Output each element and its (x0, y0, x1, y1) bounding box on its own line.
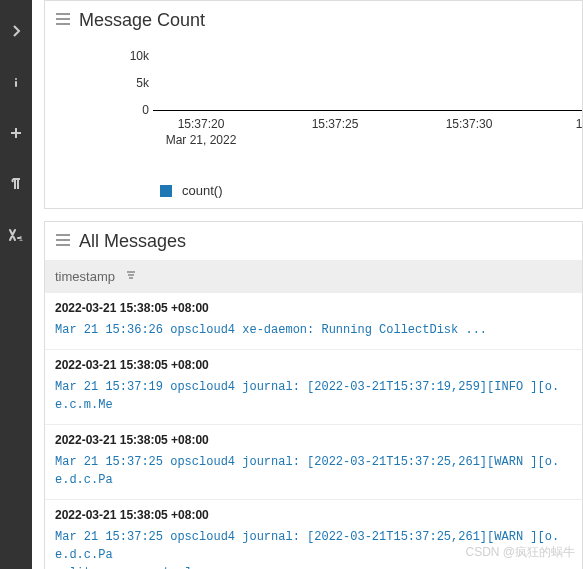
row-message: Mar 21 15:37:25 opscloud4 journal: [2022… (55, 528, 572, 569)
chart-area: 10k 5k 0 15:37:20 15:37:25 15:37:30 15:3… (45, 39, 582, 179)
row-message: Mar 21 15:36:26 opscloud4 xe-daemon: Run… (55, 321, 572, 339)
column-header[interactable]: timestamp (55, 269, 115, 284)
info-icon[interactable] (9, 75, 23, 92)
paragraph-icon[interactable] (9, 177, 23, 194)
row-timestamp: 2022-03-21 15:38:05 +08:00 (55, 508, 572, 522)
y-tick: 0 (142, 103, 149, 117)
row-message: Mar 21 15:37:19 opscloud4 journal: [2022… (55, 378, 572, 414)
x-tick: 15:37:25 (312, 117, 359, 131)
y-tick: 10k (130, 49, 149, 63)
legend-label: count() (182, 183, 222, 198)
hamburger-icon[interactable] (55, 231, 71, 252)
sort-icon[interactable] (125, 269, 137, 284)
x-axis-line (153, 110, 582, 111)
table-row[interactable]: 2022-03-21 15:38:05 +08:00Mar 21 15:37:1… (45, 350, 582, 425)
panel-message-count: Message Count 10k 5k 0 15:37:20 15:37:25… (44, 0, 583, 209)
table-header: timestamp (45, 260, 582, 293)
row-timestamp: 2022-03-21 15:38:05 +08:00 (55, 433, 572, 447)
chevron-right-icon[interactable] (9, 24, 23, 41)
x-date-label: Mar 21, 2022 (166, 133, 237, 147)
row-timestamp: 2022-03-21 15:38:05 +08:00 (55, 301, 572, 315)
table-row[interactable]: 2022-03-21 15:38:05 +08:00Mar 21 15:36:2… (45, 293, 582, 350)
x-tick: 15:37:20 (178, 117, 225, 131)
table-row[interactable]: 2022-03-21 15:38:05 +08:00Mar 21 15:37:2… (45, 425, 582, 500)
panel-all-messages: All Messages timestamp 2022-03-21 15:38:… (44, 221, 583, 569)
y-tick: 5k (136, 76, 149, 90)
x-tick: 15:37:35 (576, 117, 583, 131)
plus-icon[interactable] (9, 126, 23, 143)
variable-icon[interactable]: 1 (8, 228, 24, 245)
x-tick: 15:37:30 (446, 117, 493, 131)
row-timestamp: 2022-03-21 15:38:05 +08:00 (55, 358, 572, 372)
main-content: Message Count 10k 5k 0 15:37:20 15:37:25… (44, 0, 583, 569)
legend-swatch (160, 185, 172, 197)
table-row[interactable]: 2022-03-21 15:38:05 +08:00Mar 21 15:37:2… (45, 500, 582, 569)
chart-legend: count() (45, 179, 582, 208)
hamburger-icon[interactable] (55, 10, 71, 31)
sidebar: 1 (0, 0, 32, 569)
panel-title: Message Count (79, 10, 205, 31)
panel-title: All Messages (79, 231, 186, 252)
row-message: Mar 21 15:37:25 opscloud4 journal: [2022… (55, 453, 572, 489)
svg-text:1: 1 (19, 235, 23, 242)
